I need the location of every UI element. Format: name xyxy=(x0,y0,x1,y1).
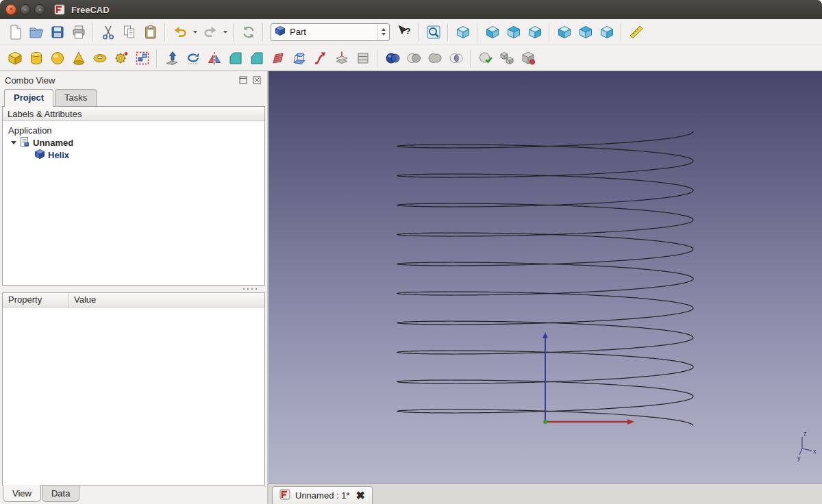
tree-item-document[interactable]: Unnamed xyxy=(3,136,264,149)
window-minimize-button[interactable]: – xyxy=(20,4,31,15)
tab-close-icon[interactable]: ✖ xyxy=(356,490,365,501)
section-icon xyxy=(334,50,350,66)
refresh-icon xyxy=(240,24,257,40)
copy-button[interactable] xyxy=(119,21,140,42)
helix-feature-icon xyxy=(34,149,45,162)
dock-float-button[interactable] xyxy=(238,75,249,86)
tree-item-application[interactable]: Application xyxy=(3,124,264,136)
property-view-tabs: View Data xyxy=(2,486,265,504)
union-button[interactable] xyxy=(424,47,445,68)
right-view-button[interactable] xyxy=(524,21,545,42)
shape-builder-button[interactable] xyxy=(132,47,153,68)
chamfer-icon xyxy=(249,50,265,66)
sweep-icon xyxy=(312,50,329,66)
tab-project[interactable]: Project xyxy=(4,89,53,107)
property-editor: Property Value xyxy=(2,292,265,486)
revolve-button[interactable] xyxy=(182,47,203,68)
box-button[interactable] xyxy=(4,47,25,68)
paste-button[interactable] xyxy=(140,21,161,42)
print-button[interactable] xyxy=(68,21,89,42)
fit-all-button[interactable] xyxy=(423,21,444,42)
section-button[interactable] xyxy=(331,47,352,68)
open-document-button[interactable] xyxy=(25,21,47,42)
box-icon xyxy=(7,50,23,66)
cut-button[interactable] xyxy=(97,21,119,42)
mdi-tab-bar: Unnamed : 1* ✖ xyxy=(269,483,822,504)
left-view-button[interactable] xyxy=(596,21,617,42)
bottom-view-icon xyxy=(577,24,594,40)
compound-button[interactable] xyxy=(496,47,517,68)
intersection-button[interactable] xyxy=(445,47,466,68)
redo-dropdown-button[interactable] xyxy=(221,21,229,42)
property-header: Property Value xyxy=(3,293,264,307)
workbench-cube-icon xyxy=(275,25,286,38)
toolbar-separator xyxy=(164,23,166,41)
chamfer-button[interactable] xyxy=(246,47,267,68)
tree-item-helix[interactable]: Helix xyxy=(3,149,264,161)
window-close-button[interactable]: × xyxy=(5,4,16,15)
new-document-button[interactable] xyxy=(4,21,25,42)
expander-icon[interactable] xyxy=(11,141,16,144)
3d-viewport[interactable]: zxy xyxy=(269,71,822,483)
fillet-button[interactable] xyxy=(225,47,246,68)
loft-button[interactable] xyxy=(288,47,310,68)
tab-view[interactable]: View xyxy=(3,485,41,502)
window-maximize-button[interactable]: ▫ xyxy=(34,4,45,15)
left-view-icon xyxy=(599,24,615,40)
toolbar-separator xyxy=(92,23,94,41)
tab-tasks[interactable]: Tasks xyxy=(55,89,97,106)
extrude-button[interactable] xyxy=(161,47,182,68)
ruled-surface-button[interactable] xyxy=(267,47,288,68)
splitter-handle[interactable] xyxy=(242,288,260,290)
toolbar-separator xyxy=(477,23,478,41)
main-toolbar: Part? xyxy=(0,19,822,45)
save-document-icon xyxy=(49,24,66,40)
tab-data[interactable]: Data xyxy=(42,486,79,502)
3d-scene[interactable]: zxy xyxy=(269,71,820,483)
front-view-button[interactable] xyxy=(482,21,503,42)
cut-boolean-icon xyxy=(406,50,422,66)
svg-text:y: y xyxy=(797,455,801,462)
cone-button[interactable] xyxy=(68,47,89,68)
axonometric-view-button[interactable] xyxy=(452,21,473,42)
primitives-button[interactable] xyxy=(110,47,132,68)
check-geometry-button[interactable] xyxy=(475,47,496,68)
boolean-button[interactable] xyxy=(382,47,403,68)
redo-button[interactable] xyxy=(199,21,221,42)
torus-button[interactable] xyxy=(89,47,110,68)
sphere-button[interactable] xyxy=(47,47,68,68)
workbench-selector[interactable]: Part xyxy=(271,23,390,41)
intersection-icon xyxy=(448,50,464,66)
cylinder-button[interactable] xyxy=(25,47,47,68)
mdi-tab-unnamed[interactable]: Unnamed : 1* ✖ xyxy=(272,486,373,504)
mirror-button[interactable] xyxy=(203,47,225,68)
dock-title: Combo View xyxy=(5,75,55,86)
freecad-logo-icon xyxy=(54,4,65,15)
workbench-selector-spinner[interactable] xyxy=(377,24,389,40)
defeaturing-icon xyxy=(520,50,536,66)
save-document-button[interactable] xyxy=(47,21,68,42)
panel-splitter[interactable] xyxy=(2,286,265,292)
cut-boolean-button[interactable] xyxy=(403,47,424,68)
whats-this-button[interactable]: ? xyxy=(393,21,414,42)
value-column-header[interactable]: Value xyxy=(68,293,264,307)
measure-distance-button[interactable] xyxy=(625,21,647,42)
measure-distance-icon xyxy=(628,24,645,40)
print-icon xyxy=(71,24,87,40)
property-column-header[interactable]: Property xyxy=(3,293,68,307)
undo-dropdown-button[interactable] xyxy=(190,21,199,42)
sweep-button[interactable] xyxy=(310,47,331,68)
rear-view-button[interactable] xyxy=(553,21,575,42)
undo-button[interactable] xyxy=(169,21,190,42)
dock-close-button[interactable] xyxy=(251,75,262,86)
torus-icon xyxy=(92,50,108,66)
part-toolbar xyxy=(0,45,822,71)
top-view-button[interactable] xyxy=(503,21,524,42)
bottom-view-button[interactable] xyxy=(575,21,596,42)
refresh-button[interactable] xyxy=(238,21,259,42)
union-icon xyxy=(427,50,443,66)
document-tab-icon xyxy=(279,489,290,502)
defeaturing-button[interactable] xyxy=(517,47,538,68)
fillet-icon xyxy=(227,50,244,66)
cross-sections-button[interactable] xyxy=(352,47,373,68)
